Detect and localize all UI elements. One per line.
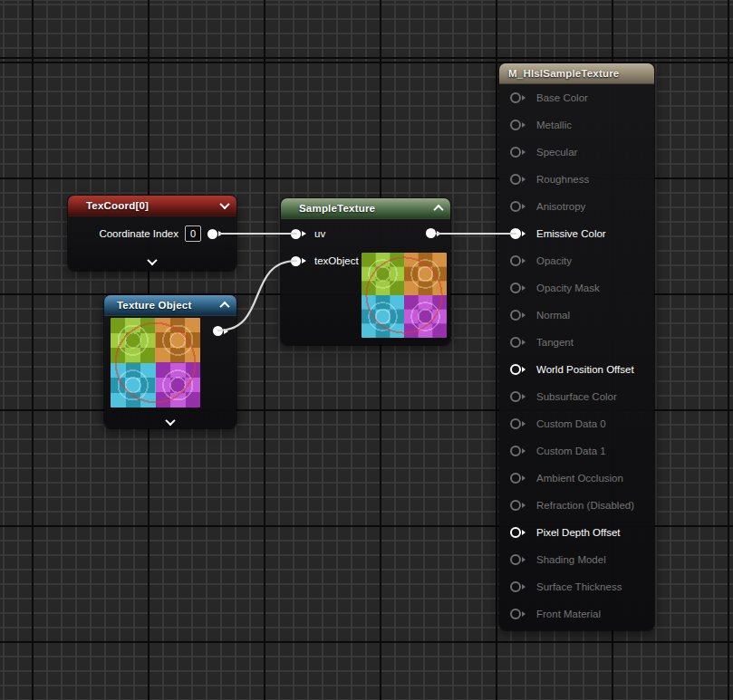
uv-texture-preview: [111, 318, 200, 408]
node-material-title: M_HlslSampleTexture: [508, 68, 619, 79]
material-pin-label: Tangent: [536, 337, 574, 348]
expand-chevron-icon[interactable]: [165, 416, 175, 426]
material-input-pin[interactable]: [510, 120, 528, 130]
material-pin-label: Refraction (Disabled): [536, 500, 634, 511]
material-pin-label: Anisotropy: [536, 201, 585, 212]
material-input-pin[interactable]: [510, 174, 528, 185]
material-input-pin[interactable]: [510, 418, 528, 429]
node-textureobject-title: Texture Object: [117, 300, 191, 311]
material-pin-row: Opacity Mask: [499, 274, 654, 302]
material-pin-row: Emissive Color: [499, 220, 654, 247]
material-input-pin[interactable]: [510, 364, 528, 375]
material-pin-row: Shading Model: [499, 546, 654, 573]
material-pin-label: Metallic: [536, 120, 572, 130]
material-pin-row: Surface Thickness: [499, 573, 654, 600]
coordinate-index-label: Coordinate Index: [99, 228, 178, 239]
material-pin-row: Opacity: [499, 247, 654, 274]
material-pin-label: World Position Offset: [536, 364, 634, 375]
material-input-pin[interactable]: [510, 554, 528, 565]
material-input-pin[interactable]: [510, 581, 528, 592]
texobject-input-label: texObject: [314, 255, 359, 266]
material-input-pin[interactable]: [510, 473, 528, 484]
material-pin-label: Roughness: [536, 174, 589, 185]
material-input-pin[interactable]: [510, 255, 528, 266]
uv-input-label: uv: [314, 228, 325, 239]
material-pin-label: Specular: [536, 147, 577, 158]
material-input-pin[interactable]: [510, 527, 528, 538]
node-sampletexture-header[interactable]: SampleTexture: [281, 198, 450, 219]
node-textureobject-header[interactable]: Texture Object: [104, 295, 236, 316]
node-texcoord-header[interactable]: TexCoord[0]: [68, 196, 236, 216]
chevron-up-icon[interactable]: [433, 205, 443, 215]
material-pin-label: Front Material: [536, 609, 601, 619]
material-pin-label: Shading Model: [536, 554, 606, 565]
material-pin-label: Custom Data 0: [536, 418, 606, 429]
material-pin-row: Refraction (Disabled): [499, 492, 654, 519]
coordinate-index-input[interactable]: 0: [185, 225, 201, 242]
material-pin-label: Subsurface Color: [536, 391, 617, 402]
material-pin-label: Normal: [536, 310, 570, 321]
chevron-down-icon[interactable]: [219, 199, 229, 209]
node-material-result[interactable]: M_HlslSampleTexture Base Color Metallic …: [499, 63, 654, 630]
material-pin-row: Tangent: [499, 329, 654, 356]
node-sampletexture-title: SampleTexture: [299, 203, 375, 214]
material-pin-label: Opacity: [536, 255, 572, 266]
coordinate-index-row: Coordinate Index 0: [68, 223, 226, 245]
material-input-pin[interactable]: [510, 201, 528, 212]
material-pin-label: Base Color: [536, 92, 588, 103]
material-pin-row: Base Color: [499, 84, 654, 111]
material-graph-canvas[interactable]: TexCoord[0] Coordinate Index 0 SampleTex…: [0, 0, 733, 700]
material-pin-row: Anisotropy: [499, 193, 654, 220]
node-texcoord-title: TexCoord[0]: [86, 200, 149, 211]
material-pin-row: Ambient Occlusion: [499, 465, 654, 492]
node-textureobject[interactable]: Texture Object: [104, 295, 236, 428]
material-pin-row: Metallic: [499, 111, 654, 139]
uv-texture-preview: [362, 253, 447, 338]
material-pin-row: World Position Offset: [499, 356, 654, 383]
material-pin-label: Opacity Mask: [536, 283, 600, 293]
material-pin-row: Front Material: [499, 600, 654, 628]
node-texcoord[interactable]: TexCoord[0] Coordinate Index 0: [68, 196, 236, 271]
material-input-pin[interactable]: [510, 500, 528, 511]
material-pin-row: Custom Data 1: [499, 437, 654, 465]
texobject-input-row: texObject: [291, 255, 359, 266]
material-input-pin[interactable]: [510, 391, 528, 402]
node-sampletexture[interactable]: SampleTexture uv texObject: [281, 198, 450, 345]
material-input-pin[interactable]: [510, 337, 528, 348]
material-pin-list: Base Color Metallic Specular Roughness A…: [499, 84, 654, 631]
material-pin-row: Pixel Depth Offset: [499, 519, 654, 546]
material-input-pin[interactable]: [510, 310, 528, 321]
material-pin-label: Pixel Depth Offset: [536, 527, 620, 538]
material-input-pin[interactable]: [510, 446, 528, 456]
material-pin-label: Surface Thickness: [536, 581, 622, 592]
material-input-pin[interactable]: [510, 92, 528, 103]
material-pin-row: Specular: [499, 139, 654, 166]
material-input-pin[interactable]: [510, 609, 528, 619]
expand-chevron-icon[interactable]: [147, 255, 157, 265]
chevron-up-icon[interactable]: [219, 302, 229, 312]
material-pin-row: Roughness: [499, 166, 654, 193]
material-pin-label: Custom Data 1: [536, 446, 606, 456]
material-pin-row: Normal: [499, 302, 654, 329]
material-input-pin[interactable]: [510, 147, 528, 158]
material-pin-row: Custom Data 0: [499, 410, 654, 437]
material-pin-label: Ambient Occlusion: [536, 473, 623, 484]
node-material-header[interactable]: M_HlslSampleTexture: [499, 63, 654, 84]
material-input-pin[interactable]: [510, 283, 528, 293]
material-pin-label: Emissive Color: [536, 228, 606, 239]
material-pin-row: Subsurface Color: [499, 383, 654, 410]
